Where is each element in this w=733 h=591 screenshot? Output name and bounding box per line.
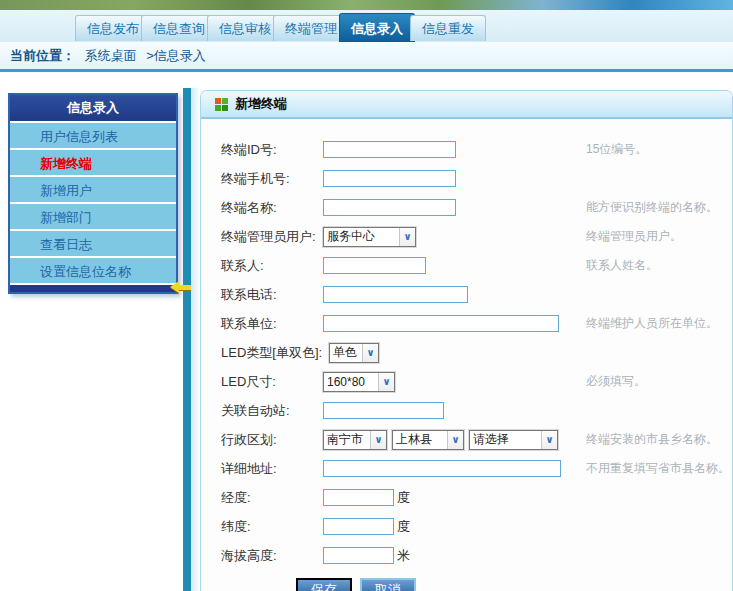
terminal-name-input[interactable] — [323, 199, 456, 216]
contact-phone-input[interactable] — [323, 286, 468, 303]
field-label: 经度: — [221, 489, 323, 507]
breadcrumb-prefix: 当前位置： — [10, 48, 75, 63]
unit-label: 度 — [397, 518, 410, 536]
field-label: 终端名称: — [221, 199, 323, 217]
form-row: 经度: 度 — [201, 483, 732, 512]
field-hint: 不用重复填写省市县名称。 — [586, 454, 730, 483]
admin-user-select[interactable]: 服务中心 ∨ — [323, 227, 416, 247]
region-city-selected-value: 南宁市 — [324, 431, 370, 448]
field-label: LED类型[单双色]: — [221, 344, 329, 362]
header-divider-line — [0, 69, 733, 72]
form-row: LED尺寸: 160*80 ∨ 必须填写。 — [201, 367, 732, 396]
region-town-selected-value: 请选择 — [470, 431, 541, 448]
sidebar-splitter-bar[interactable] — [183, 88, 191, 591]
detail-address-input[interactable] — [323, 460, 561, 477]
chevron-down-icon: ∨ — [541, 431, 557, 449]
admin-user-selected-value: 服务中心 — [324, 228, 399, 245]
chevron-down-icon: ∨ — [399, 228, 415, 246]
header-photo-strip — [0, 0, 733, 10]
form-row: 终端手机号: — [201, 164, 732, 193]
chevron-down-icon: ∨ — [447, 431, 463, 449]
field-label: 终端ID号: — [221, 141, 323, 159]
tab-info-query[interactable]: 信息查询 — [141, 15, 217, 41]
field-label: 联系单位: — [221, 315, 323, 333]
tab-info-audit[interactable]: 信息审核 — [207, 15, 283, 41]
page-title: 新增终端 — [235, 95, 287, 113]
sidebar-item-view-logs[interactable]: 查看日志 — [10, 229, 176, 256]
field-label: 关联自动站: — [221, 402, 323, 420]
field-hint: 能方便识别终端的名称。 — [586, 193, 718, 222]
altitude-input[interactable] — [323, 547, 394, 564]
top-tab-bar: 信息发布 信息查询 信息审核 终端管理 信息录入 信息重发 — [0, 10, 733, 42]
region-town-select[interactable]: 请选择 ∨ — [469, 430, 558, 450]
splitter-shadow — [191, 88, 200, 591]
add-terminal-form: 终端ID号: 15位编号。 终端手机号: 终端名称: 能方便识别终端的名称。 终… — [201, 119, 732, 591]
region-county-selected-value: 上林县 — [393, 431, 447, 448]
chevron-down-icon: ∨ — [362, 344, 378, 362]
breadcrumb-separator: > — [146, 48, 154, 63]
led-type-select[interactable]: 单色 ∨ — [329, 343, 379, 363]
sidebar-menu: 信息录入 用户信息列表 新增终端 新增用户 新增部门 查看日志 设置信息位名称 — [8, 93, 178, 294]
field-label: 终端手机号: — [221, 170, 323, 188]
form-row: 联系电话: — [201, 280, 732, 309]
field-label: 纬度: — [221, 518, 323, 536]
content-panel: 新增终端 终端ID号: 15位编号。 终端手机号: 终端名称: 能方便识别终端的… — [200, 90, 733, 591]
longitude-input[interactable] — [323, 489, 394, 506]
tab-info-entry[interactable]: 信息录入 — [339, 13, 415, 43]
led-size-selected-value: 160*80 — [324, 375, 378, 389]
form-row: 联系单位: 终端维护人员所在单位。 — [201, 309, 732, 338]
field-hint: 终端维护人员所在单位。 — [586, 309, 718, 338]
unit-label: 米 — [397, 547, 410, 565]
field-label: 详细地址: — [221, 460, 323, 478]
field-label: 联系人: — [221, 257, 323, 275]
form-row: 行政区划: 南宁市 ∨ 上林县 ∨ 请选择 ∨ 终端安装的市县乡名称。 — [201, 425, 732, 454]
contact-unit-input[interactable] — [323, 315, 559, 332]
latitude-input[interactable] — [323, 518, 394, 535]
sidebar-item-user-info-list[interactable]: 用户信息列表 — [10, 121, 176, 148]
tab-terminal-management[interactable]: 终端管理 — [273, 15, 349, 41]
panel-header: 新增终端 — [201, 91, 732, 119]
auto-station-input[interactable] — [323, 402, 444, 419]
form-row: 终端名称: 能方便识别终端的名称。 — [201, 193, 732, 222]
terminal-id-input[interactable] — [323, 141, 456, 158]
field-label: 终端管理员用户: — [221, 228, 323, 246]
field-label: 行政区划: — [221, 431, 323, 449]
terminal-phone-input[interactable] — [323, 170, 456, 187]
form-row: 终端ID号: 15位编号。 — [201, 135, 732, 164]
sidebar-item-add-user[interactable]: 新增用户 — [10, 175, 176, 202]
save-button[interactable]: 保存 — [296, 578, 352, 591]
cancel-button[interactable]: 取消 — [360, 578, 416, 591]
chevron-down-icon: ∨ — [378, 373, 394, 391]
region-county-select[interactable]: 上林县 ∨ — [392, 430, 464, 450]
collapse-sidebar-arrow-icon[interactable] — [170, 281, 194, 293]
breadcrumb: 当前位置： 系统桌面 >信息录入 — [0, 42, 733, 69]
grid-squares-icon — [215, 98, 228, 111]
field-hint: 15位编号。 — [586, 135, 647, 164]
led-type-selected-value: 单色 — [330, 344, 362, 361]
form-row: 海拔高度: 米 — [201, 541, 732, 570]
region-city-select[interactable]: 南宁市 ∨ — [323, 430, 387, 450]
sidebar-title: 信息录入 — [10, 95, 176, 121]
field-hint: 联系人姓名。 — [586, 251, 658, 280]
field-label: 联系电话: — [221, 286, 323, 304]
form-row: 关联自动站: — [201, 396, 732, 425]
tab-info-publish[interactable]: 信息发布 — [75, 15, 151, 41]
field-label: 海拔高度: — [221, 547, 323, 565]
led-size-select[interactable]: 160*80 ∨ — [323, 372, 395, 392]
contact-person-input[interactable] — [323, 257, 426, 274]
field-hint: 必须填写。 — [586, 367, 646, 396]
form-row: LED类型[单双色]: 单色 ∨ — [201, 338, 732, 367]
breadcrumb-current: 信息录入 — [154, 48, 206, 63]
field-hint: 终端安装的市县乡名称。 — [586, 425, 718, 454]
field-label: LED尺寸: — [221, 373, 323, 391]
sidebar-item-set-infoslot-name[interactable]: 设置信息位名称 — [10, 256, 176, 283]
sidebar-item-add-terminal[interactable]: 新增终端 — [10, 148, 176, 175]
breadcrumb-home-link[interactable]: 系统桌面 — [85, 48, 137, 63]
form-actions: 保存 取消 — [201, 573, 732, 591]
form-row: 联系人: 联系人姓名。 — [201, 251, 732, 280]
tab-info-resend[interactable]: 信息重发 — [410, 15, 486, 41]
sidebar-item-add-department[interactable]: 新增部门 — [10, 202, 176, 229]
form-row: 纬度: 度 — [201, 512, 732, 541]
form-row: 详细地址: 不用重复填写省市县名称。 — [201, 454, 732, 483]
field-hint: 终端管理员用户。 — [586, 222, 682, 251]
